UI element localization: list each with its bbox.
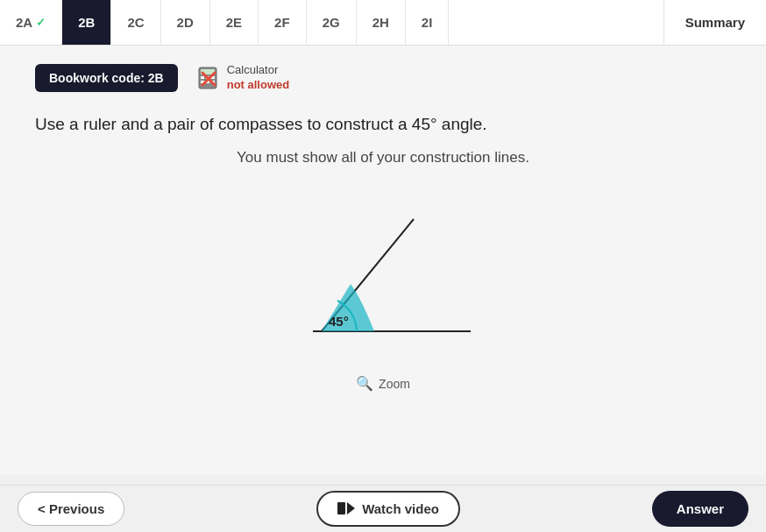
nav-label-2F: 2F [274,15,290,30]
svg-text:45°: 45° [329,314,349,329]
nav-bar: 2A ✓ 2B 2C 2D 2E 2F 2G 2H 2I Summary [0,0,766,46]
nav-label-2D: 2D [177,15,194,30]
main-content: Bookwork code: 2B [0,46,766,475]
calculator-notice: Calculator not allowed [195,63,290,93]
play-icon [337,502,355,516]
nav-label-2G: 2G [323,15,340,30]
nav-item-2I[interactable]: 2I [406,0,450,45]
svg-marker-14 [347,502,355,514]
calculator-icon [195,66,220,90]
sub-text: You must show all of your construction l… [35,149,731,167]
nav-item-2F[interactable]: 2F [259,0,307,45]
zoom-icon: 🔍 [356,375,373,392]
angle-diagram: 45° [260,193,506,368]
nav-label-2A: 2A [16,15,32,30]
nav-item-2H[interactable]: 2H [357,0,406,45]
nav-label-2B: 2B [78,15,95,30]
nav-item-2C[interactable]: 2C [111,0,160,45]
check-icon: ✓ [36,16,46,29]
diagram-area: 45° 🔍 Zoom [35,193,731,392]
zoom-button[interactable]: 🔍 Zoom [356,375,410,392]
meta-row: Bookwork code: 2B [35,63,731,93]
bookwork-badge: Bookwork code: 2B [35,64,178,92]
calculator-text: Calculator not allowed [227,63,290,93]
nav-label-2I: 2I [422,15,433,30]
bottom-bar: < Previous Watch video Answer [0,485,766,532]
nav-item-2E[interactable]: 2E [210,0,259,45]
nav-label-2C: 2C [127,15,144,30]
watch-video-button[interactable]: Watch video [316,491,460,527]
nav-item-2A[interactable]: 2A ✓ [0,0,62,45]
nav-label-2H: 2H [372,15,389,30]
previous-button[interactable]: < Previous [18,492,124,526]
question-text: Use a ruler and a pair of compasses to c… [35,112,731,138]
summary-label: Summary [685,15,745,30]
nav-label-2E: 2E [226,15,242,30]
svg-rect-13 [337,502,345,514]
svg-rect-2 [201,76,204,79]
nav-item-2B[interactable]: 2B [62,0,111,45]
answer-button[interactable]: Answer [652,491,748,527]
zoom-label: Zoom [379,377,410,391]
nav-item-2G[interactable]: 2G [307,0,357,45]
nav-item-2D[interactable]: 2D [161,0,210,45]
nav-item-summary[interactable]: Summary [663,0,766,45]
